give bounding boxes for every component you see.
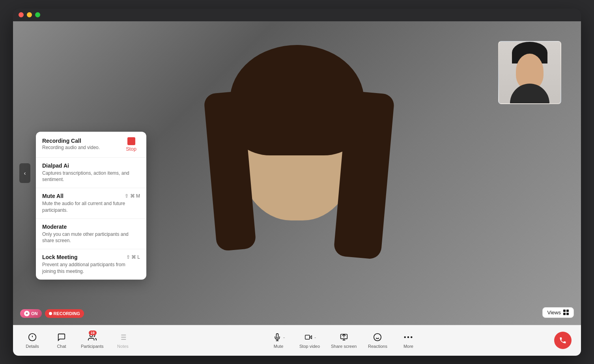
camera-icon (303, 332, 314, 342)
title-bar (13, 9, 581, 21)
svg-point-18 (374, 334, 381, 341)
participants-icon: 19 (87, 332, 97, 342)
video-area: ‹ Recording Call Recording audio and vid… (13, 21, 581, 325)
chat-label: Chat (57, 344, 66, 349)
views-button[interactable]: Views (542, 307, 574, 318)
participants-count: 19 (89, 330, 97, 335)
chat-icon (56, 332, 67, 342)
mute-button[interactable]: - Mute (269, 332, 288, 349)
maximize-button[interactable] (35, 12, 40, 17)
recording-label: RECORDING (54, 311, 80, 316)
traffic-lights (19, 12, 40, 17)
sv-body (510, 84, 549, 103)
stop-label: Stop (126, 146, 136, 152)
grid-cell-1 (563, 310, 566, 312)
lock-meeting-desc: Prevent any additional participants from… (42, 261, 140, 275)
toolbar: Details Chat 19 (13, 325, 581, 356)
recording-call-item: Recording Call Recording audio and video… (36, 132, 146, 158)
grid-cell-3 (563, 313, 566, 315)
participants-button[interactable]: 19 Participants (81, 332, 103, 349)
share-screen-button[interactable]: Share screen (331, 332, 357, 349)
views-label: Views (547, 310, 561, 315)
svg-point-21 (404, 336, 406, 338)
details-icon (27, 332, 37, 342)
lock-meeting-menu-item[interactable]: Lock Meeting ⇧ ⌘ L Prevent any additiona… (36, 249, 146, 280)
dialpad-ai-header: Dialpad Ai (42, 162, 140, 169)
lock-meeting-title: Lock Meeting (42, 254, 77, 260)
toolbar-center: - Mute - Stop video (133, 332, 554, 349)
ai-icon: ✦ (24, 311, 30, 316)
end-call-button[interactable] (554, 332, 572, 349)
dialpad-ai-title: Dialpad Ai (42, 162, 69, 169)
toolbar-right (554, 332, 572, 349)
svg-marker-12 (310, 336, 312, 339)
more-button[interactable]: More (398, 332, 418, 349)
lock-meeting-header: Lock Meeting ⇧ ⌘ L (42, 254, 140, 260)
share-screen-icon (339, 332, 349, 342)
notes-button[interactable]: Notes (113, 332, 133, 349)
recording-badge: RECORDING (45, 309, 84, 318)
stop-video-label: Stop video (299, 344, 320, 349)
recording-call-subtitle: Recording audio and video. (42, 145, 122, 151)
mute-all-shortcut: ⇧ ⌘ M (125, 193, 140, 199)
grid-icon (563, 310, 569, 315)
recording-call-title: Recording Call (42, 138, 122, 144)
minimize-button[interactable] (27, 12, 32, 17)
stop-video-icon-row: - (303, 332, 316, 342)
chat-button[interactable]: Chat (52, 332, 71, 349)
mute-label: Mute (274, 344, 283, 349)
app-window: ‹ Recording Call Recording audio and vid… (13, 9, 581, 356)
stop-video-button[interactable]: - Stop video (299, 332, 320, 349)
reactions-label: Reactions (368, 344, 387, 349)
status-badges: ✦ ON RECORDING (20, 309, 84, 318)
ai-label: ON (31, 311, 38, 316)
microphone-icon (272, 332, 282, 342)
svg-point-22 (407, 336, 409, 338)
rec-dot-icon (49, 312, 52, 315)
stop-recording-button[interactable]: Stop (122, 137, 140, 152)
notes-icon (118, 332, 128, 342)
self-view-video (499, 42, 560, 103)
collapse-panel-button[interactable]: ‹ (19, 163, 30, 183)
svg-rect-13 (305, 335, 310, 340)
hair-top (230, 45, 364, 155)
lock-meeting-shortcut: ⇧ ⌘ L (126, 254, 140, 260)
more-icon (403, 332, 413, 342)
svg-point-23 (411, 336, 413, 338)
recording-item-content: Recording Call Recording audio and video… (42, 138, 122, 151)
dialpad-ai-desc: Captures transcriptions, action items, a… (42, 170, 140, 183)
details-label: Details (26, 344, 39, 349)
main-participant-video (198, 45, 396, 301)
ai-on-badge: ✦ ON (20, 309, 42, 318)
notes-label: Notes (117, 344, 129, 349)
participants-label: Participants (81, 344, 103, 349)
recording-panel: Recording Call Recording audio and video… (36, 132, 146, 280)
share-screen-label: Share screen (331, 344, 357, 349)
grid-cell-4 (566, 313, 569, 315)
moderate-title: Moderate (42, 224, 67, 230)
dialpad-ai-menu-item[interactable]: Dialpad Ai Captures transcriptions, acti… (36, 158, 146, 189)
close-button[interactable] (19, 12, 24, 17)
moderate-menu-item[interactable]: Moderate Only you can mute other partici… (36, 219, 146, 250)
reactions-icon (372, 332, 383, 342)
moderate-desc: Only you can mute other participants and… (42, 231, 140, 245)
mute-icon-row: - (272, 332, 285, 342)
mute-all-menu-item[interactable]: Mute All ⇧ ⌘ M Mute the audio for all cu… (36, 188, 146, 219)
more-label: More (403, 344, 413, 349)
toolbar-left: Details Chat 19 (22, 332, 133, 349)
stop-icon (127, 137, 135, 145)
reactions-button[interactable]: Reactions (368, 332, 387, 349)
mute-all-header: Mute All ⇧ ⌘ M (42, 193, 140, 199)
moderate-header: Moderate (42, 224, 140, 230)
mute-all-desc: Mute the audio for all current and futur… (42, 200, 140, 214)
details-button[interactable]: Details (22, 332, 42, 349)
self-view-thumbnail (498, 41, 561, 104)
mute-all-title: Mute All (42, 193, 64, 199)
grid-cell-2 (566, 310, 569, 312)
